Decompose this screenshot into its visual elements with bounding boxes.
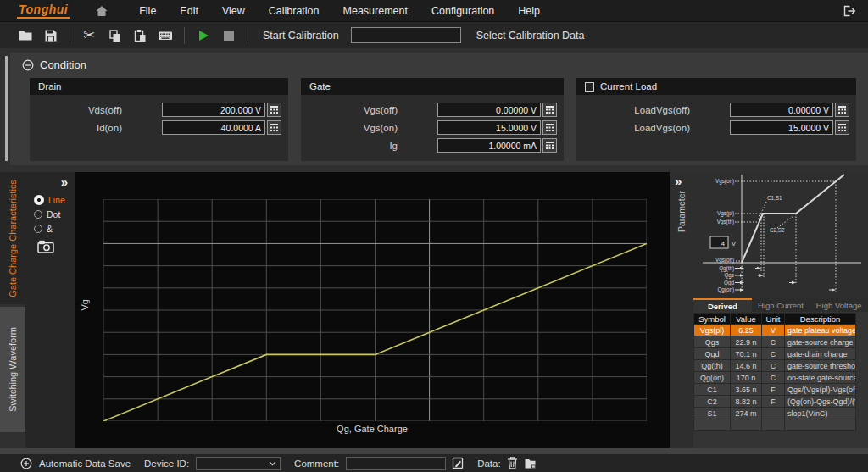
tab-high-voltage[interactable]: High Voltage — [810, 298, 868, 312]
menu-item-view[interactable]: View — [210, 0, 257, 22]
table-row[interactable]: S1274 m slop1(V/nC) — [694, 408, 856, 419]
select-calibration-data-label: Select Calibration Data — [476, 30, 585, 42]
menu-item-configuration[interactable]: Configuration — [420, 0, 506, 22]
table-cell-description: gate-source threshold ... — [785, 360, 856, 372]
horizontal-scrollbar-track[interactable] — [0, 448, 868, 454]
status-bar: Automatic Data Save Device ID: Comment: … — [0, 454, 868, 472]
keyboard-icon — [158, 30, 173, 42]
diagram-qg-on-label: Qg(on) — [717, 286, 734, 293]
ig-label: Ig — [308, 141, 436, 151]
condition-resize-handle[interactable] — [5, 56, 8, 161]
radio-dot-icon — [34, 210, 42, 219]
cut-button[interactable]: ✂ — [79, 25, 99, 46]
home-button[interactable] — [95, 4, 108, 18]
table-row[interactable]: Vgs(pl)6.25Vgate plateau voltage — [694, 325, 856, 336]
parameter-tab-label[interactable]: Parameter — [676, 191, 687, 232]
plot-mode-line[interactable]: Line — [34, 195, 75, 205]
table-cell-unit: F — [762, 396, 785, 408]
collapse-parameter-panel-icon[interactable]: » — [675, 174, 682, 188]
table-row[interactable]: C13.65 nFQgs/(Vgs(pl)-Vgs(off)) — [694, 384, 856, 396]
expand-button[interactable] — [20, 458, 32, 469]
open-button[interactable] — [15, 25, 36, 46]
vds-off-input[interactable] — [162, 103, 265, 117]
paste-button[interactable] — [130, 25, 150, 46]
ig-keypad-button[interactable] — [542, 138, 557, 153]
keyboard-button[interactable] — [155, 25, 175, 46]
main-region: Gate Charge Characteristics Switching Wa… — [0, 169, 868, 448]
menu-item-measurement[interactable]: Measurement — [331, 0, 420, 22]
vgs-off-keypad-button[interactable] — [542, 103, 557, 117]
cut-icon: ✂ — [83, 28, 95, 42]
table-row[interactable]: Qgd70.1 nCgate-drain charge — [694, 348, 856, 360]
exit-button[interactable] — [842, 4, 856, 18]
current-load-group: Current Load LoadVgs(off) LoadVgs(o — [576, 78, 856, 161]
trash-icon — [507, 457, 518, 469]
table-row[interactable]: Qg(on)170 nCon-state gate-source c... — [694, 372, 856, 384]
copy-button[interactable] — [104, 25, 125, 46]
loadvgs-on-keypad-button[interactable] — [835, 120, 849, 135]
comment-input[interactable] — [346, 457, 446, 470]
edit-comment-button[interactable] — [452, 457, 464, 469]
keypad-icon — [270, 123, 279, 132]
menu-item-edit[interactable]: Edit — [168, 0, 210, 22]
table-row[interactable]: Qg(th)14.6 nCgate-source threshold ... — [694, 360, 856, 372]
loadvgs-on-label: LoadVgs(on) — [583, 123, 728, 133]
plot-mode-dot[interactable]: Dot — [34, 209, 75, 219]
id-on-keypad-button[interactable] — [267, 120, 281, 135]
condition-section: Condition Drain Vds(off) — [0, 48, 868, 169]
table-row[interactable]: Qgs22.9 nCgate-source charge — [694, 336, 856, 348]
drain-group-title: Drain — [30, 78, 288, 95]
menu-item-file[interactable]: File — [127, 0, 168, 22]
vgs-on-input[interactable] — [437, 120, 541, 135]
keypad-icon — [545, 123, 554, 132]
x-axis-label: Qg, Gate Charge — [75, 424, 670, 434]
column-symbol: Symbol — [694, 314, 731, 325]
table-cell-value: 22.9 n — [731, 336, 762, 348]
device-id-select[interactable] — [196, 457, 281, 470]
id-on-input[interactable] — [162, 120, 265, 135]
menu-bar: Tonghui File Edit View Calibration Measu… — [0, 0, 868, 22]
delete-data-button[interactable] — [507, 457, 518, 469]
tab-derived[interactable]: Derived — [693, 298, 752, 312]
stop-button[interactable] — [219, 25, 239, 46]
run-button[interactable] — [193, 25, 214, 46]
calibration-input[interactable] — [351, 27, 461, 43]
plot-controls-panel: » Line Dot & — [25, 172, 75, 448]
tab-gate-charge-characteristics[interactable]: Gate Charge Characteristics — [0, 172, 25, 304]
edit-note-icon — [452, 457, 464, 469]
gate-charge-diagram-box: Vgs(on) Vgs(pl) Vgs(th) Vgs(off) Qg(th) … — [693, 172, 868, 298]
loadvgs-off-keypad-button[interactable] — [835, 103, 849, 117]
table-cell-value: 14.6 n — [731, 360, 762, 372]
tab-switching-waveform[interactable]: Switching Waveform — [0, 307, 25, 432]
menu-item-calibration[interactable]: Calibration — [257, 0, 331, 22]
collapse-left-panel-icon[interactable]: » — [61, 175, 68, 189]
table-cell-unit: V — [762, 325, 785, 336]
gate-charge-chart[interactable]: Vg Qg, Gate Charge — [75, 172, 670, 448]
vds-off-keypad-button[interactable] — [267, 103, 281, 117]
circled-plus-icon — [20, 458, 32, 469]
column-description: Description — [785, 314, 856, 325]
save-button[interactable] — [41, 25, 61, 46]
threshold-voltage-input[interactable]: 4 V — [710, 236, 736, 248]
plot-mode-both[interactable]: & — [34, 224, 75, 234]
brand-logo: Tonghui — [17, 3, 70, 19]
chevron-down-icon — [269, 461, 276, 466]
menu-item-help[interactable]: Help — [506, 0, 552, 22]
tab-high-current[interactable]: High Current — [752, 298, 810, 312]
table-cell-unit — [762, 408, 785, 419]
vgs-on-keypad-button[interactable] — [542, 120, 557, 135]
table-row[interactable]: C28.82 nF(Qg(on)-Qgs-Qgd)/(Vgs... — [694, 396, 856, 408]
save-icon — [44, 29, 58, 42]
table-cell-description: slop1(V/nC) — [785, 408, 856, 419]
screenshot-button[interactable] — [37, 240, 54, 253]
export-data-button[interactable] — [524, 458, 537, 469]
loadvgs-off-input[interactable] — [730, 103, 833, 117]
collapse-condition-icon[interactable] — [22, 59, 34, 71]
loadvgs-on-input[interactable] — [730, 120, 833, 135]
gate-group-title: Gate — [301, 78, 564, 95]
table-cell-value: 6.25 — [731, 325, 762, 336]
vgs-off-input[interactable] — [437, 103, 541, 117]
threshold-voltage-value: 4 — [721, 240, 725, 247]
ig-input[interactable] — [437, 138, 541, 153]
current-load-checkbox[interactable] — [585, 82, 594, 92]
